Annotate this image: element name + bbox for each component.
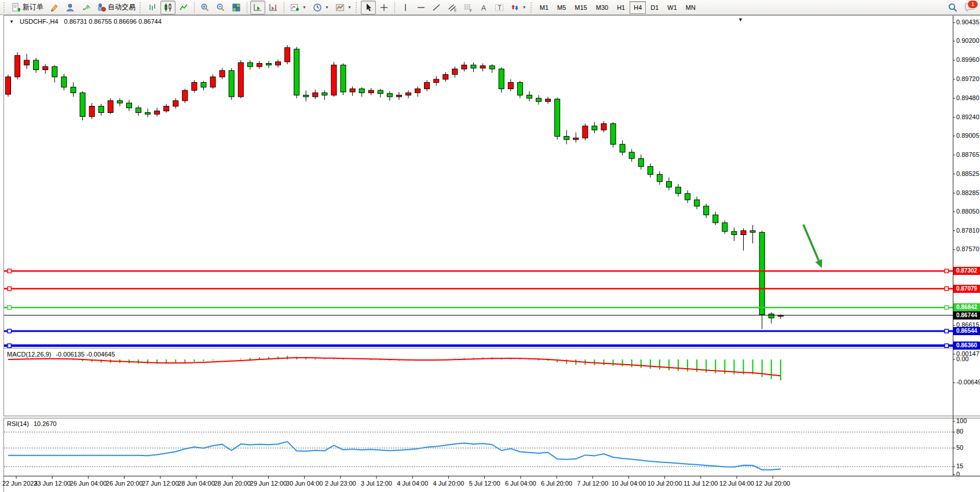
time-tick-label: 6 Jul 04:00 — [505, 480, 536, 487]
price-tick-label: 0.89005 — [956, 132, 979, 139]
time-tick-label: 12 Jul 20:00 — [755, 480, 790, 487]
time-tick-label: 4 Jul 04:00 — [397, 480, 428, 487]
time-tick-label: 26 Jun 04:00 — [70, 480, 107, 487]
chart-canvas[interactable] — [0, 0, 980, 492]
price-tick-label: 0.88050 — [956, 208, 979, 215]
mt4-window: 新订单 — [0, 0, 980, 492]
price-tick-label: 0.90435 — [956, 19, 979, 25]
price-line-label: 0.87079 — [953, 285, 980, 293]
macd-axis-label: 0.00 — [956, 355, 968, 362]
price-line-label: 0.87302 — [953, 267, 980, 275]
price-tick-label: 0.89720 — [956, 75, 979, 82]
macd-axis-label: -0.006497 — [956, 379, 980, 385]
time-tick-label: 5 Jul 12:00 — [469, 480, 500, 487]
time-tick-label: 28 Jun 04:00 — [178, 480, 215, 487]
chart-corner-marker[interactable]: ▼ — [738, 17, 743, 23]
rsi-header: RSI(14) 10.2670 — [7, 420, 57, 427]
price-tick-label: 0.88765 — [956, 151, 979, 158]
price-tick-label: 0.87810 — [956, 227, 979, 234]
collapse-triangle-icon[interactable]: ▼ — [9, 19, 14, 24]
price-line-label: 0.86842 — [953, 303, 980, 311]
ohlc-values: 0.86731 0.86755 0.86696 0.86744 — [64, 18, 162, 25]
rsi-axis-label: 100 — [956, 417, 967, 424]
rsi-value: 10.2670 — [34, 420, 57, 427]
price-tick-label: 0.89480 — [956, 94, 979, 101]
price-line-label: 0.86744 — [953, 311, 980, 320]
time-tick-label: 10 Jul 20:00 — [648, 480, 682, 487]
time-tick-label: 6 Jul 20:00 — [541, 480, 572, 487]
macd-label: MACD(12,26,9) — [7, 351, 51, 358]
time-tick-label: 29 Jun 12:00 — [250, 480, 287, 487]
price-line-label: 0.86544 — [953, 327, 980, 335]
macd-values: -0.006135 -0.004645 — [56, 351, 115, 358]
price-tick-label: 0.88525 — [956, 170, 979, 177]
time-tick-label: 10 Jul 04:00 — [611, 480, 646, 487]
rsi-axis-label: 80 — [956, 428, 963, 435]
macd-header: MACD(12,26,9) -0.006135 -0.004645 — [7, 351, 115, 358]
time-tick-label: 30 Jun 04:00 — [286, 480, 323, 487]
time-tick-label: 4 Jul 20:00 — [433, 480, 464, 487]
time-tick-label: 23 Jun 12:00 — [34, 480, 71, 487]
rsi-axis-label: 50 — [956, 444, 963, 451]
chart-title: ▼ USDCHF-,H4 0.86731 0.86755 0.86696 0.8… — [9, 18, 162, 25]
rsi-axis-label: 0 — [956, 471, 960, 478]
time-tick-label: 11 Jul 12:00 — [683, 480, 718, 487]
time-tick-label: 27 Jun 12:00 — [142, 480, 179, 487]
price-tick-label: 0.88285 — [956, 189, 979, 196]
time-tick-label: 2 Jul 23:00 — [325, 480, 356, 487]
symbol-period-label: USDCHF-,H4 — [20, 18, 58, 25]
rsi-label: RSI(14) — [7, 420, 29, 427]
time-tick-label: 22 Jun 2023 — [2, 480, 38, 487]
price-line-label: 0.86360 — [953, 342, 980, 350]
time-tick-label: 26 Jun 20:00 — [106, 480, 143, 487]
time-tick-label: 7 Jul 12:00 — [577, 480, 608, 487]
time-tick-label: 3 Jul 12:00 — [361, 480, 392, 487]
price-tick-label: 0.90200 — [956, 37, 979, 44]
price-tick-label: 0.89240 — [956, 113, 979, 120]
time-tick-label: 28 Jun 20:00 — [214, 480, 251, 487]
price-tick-label: 0.87570 — [956, 245, 979, 252]
rsi-axis-label: 15 — [956, 462, 963, 469]
price-tick-label: 0.89960 — [956, 56, 979, 63]
time-tick-label: 12 Jul 04:00 — [719, 480, 754, 487]
